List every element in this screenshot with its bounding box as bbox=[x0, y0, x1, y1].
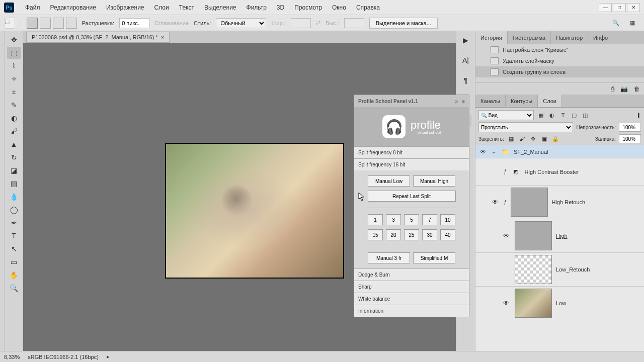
tab-history[interactable]: История bbox=[475, 31, 508, 44]
lasso-tool[interactable]: ⌇ bbox=[7, 60, 21, 72]
filter-shape-icon[interactable]: ▢ bbox=[570, 111, 578, 119]
camera-icon[interactable]: 📷 bbox=[620, 85, 628, 93]
radius-20-button[interactable]: 20 bbox=[386, 229, 401, 240]
stamp-tool[interactable]: ▲ bbox=[7, 138, 21, 150]
type-tool[interactable]: T bbox=[7, 230, 21, 242]
tab-layers[interactable]: Слои bbox=[538, 95, 562, 107]
layer-row[interactable]: ƒ ◩ High Contrast Booster bbox=[475, 158, 644, 186]
layer-thumbnail[interactable] bbox=[515, 255, 552, 284]
split-16-section[interactable]: Split frequency 16 bit bbox=[354, 158, 469, 170]
tab-paths[interactable]: Контуры bbox=[506, 95, 538, 107]
play-icon[interactable]: ▶ bbox=[460, 34, 472, 46]
filter-smart-icon[interactable]: ◫ bbox=[581, 111, 589, 119]
magic-wand-tool[interactable]: ✧ bbox=[7, 73, 21, 85]
history-item[interactable]: Удалить слой-маску bbox=[475, 55, 644, 66]
lock-pixels-icon[interactable]: 🖌 bbox=[518, 135, 526, 143]
minimize-button[interactable]: — bbox=[599, 3, 612, 12]
shape-tool[interactable]: ▭ bbox=[7, 256, 21, 268]
visibility-icon[interactable]: 👁 bbox=[502, 300, 511, 307]
search-icon[interactable]: 🔍 bbox=[611, 18, 621, 28]
history-item[interactable]: Создать группу из слоев bbox=[475, 66, 644, 77]
crop-tool[interactable]: ⌗ bbox=[7, 86, 21, 98]
maximize-button[interactable]: □ bbox=[613, 3, 626, 12]
information-section[interactable]: Information bbox=[354, 305, 469, 317]
history-brush-tool[interactable]: ↻ bbox=[7, 151, 21, 163]
filter-toggle[interactable]: ⏽ bbox=[636, 113, 641, 118]
visibility-icon[interactable]: 👁 bbox=[478, 148, 488, 155]
select-and-mask-button[interactable]: Выделение и маска... bbox=[369, 18, 438, 29]
feather-input[interactable] bbox=[119, 18, 149, 28]
menu-view[interactable]: Просмотр bbox=[289, 4, 327, 11]
manual-3fr-button[interactable]: Manual 3 fr bbox=[368, 252, 410, 263]
white-balance-section[interactable]: White balance bbox=[354, 293, 469, 305]
layer-row[interactable]: 👁 High bbox=[475, 219, 644, 253]
radius-40-button[interactable]: 40 bbox=[440, 229, 455, 240]
trash-icon[interactable]: 🗑 bbox=[634, 85, 640, 93]
radius-7-button[interactable]: 7 bbox=[422, 214, 437, 225]
tab-histogram[interactable]: Гистограмма bbox=[508, 31, 551, 44]
radius-25-button[interactable]: 25 bbox=[404, 229, 419, 240]
fill-input[interactable] bbox=[619, 134, 641, 143]
panel-menu-icon[interactable]: ≡ bbox=[462, 99, 465, 104]
panel-collapse-icon[interactable]: » bbox=[455, 99, 458, 104]
new-snapshot-icon[interactable]: ⎙ bbox=[611, 85, 614, 93]
path-tool[interactable]: ↖ bbox=[7, 243, 21, 255]
canvas-image[interactable] bbox=[165, 143, 344, 279]
lock-artboard-icon[interactable]: ▣ bbox=[540, 135, 548, 143]
filter-pixel-icon[interactable]: ▦ bbox=[537, 111, 545, 119]
radius-5-button[interactable]: 5 bbox=[404, 214, 419, 225]
radius-3-button[interactable]: 3 bbox=[386, 214, 401, 225]
style-select[interactable]: Обычный bbox=[216, 18, 266, 28]
tab-channels[interactable]: Каналы bbox=[475, 95, 506, 107]
radius-1-button[interactable]: 1 bbox=[368, 214, 383, 225]
layer-filter-select[interactable]: 🔍 Вид bbox=[478, 110, 534, 120]
repeat-split-button[interactable]: Repeat Last Split bbox=[368, 191, 456, 202]
simplified-m-button[interactable]: Simplified M bbox=[413, 252, 455, 263]
selection-new[interactable] bbox=[27, 18, 38, 29]
radius-30-button[interactable]: 30 bbox=[422, 229, 437, 240]
split-8-section[interactable]: Split frequency 8 bit bbox=[354, 146, 469, 158]
selection-intersect[interactable] bbox=[66, 18, 77, 29]
layer-thumbnail[interactable] bbox=[515, 289, 552, 318]
sharp-section[interactable]: Sharp bbox=[354, 281, 469, 293]
radius-15-button[interactable]: 15 bbox=[368, 229, 383, 240]
layer-row[interactable]: 👁 ƒ High Retouch bbox=[475, 186, 644, 219]
blur-tool[interactable]: 💧 bbox=[7, 191, 21, 203]
layer-group[interactable]: 👁 ⌄ 📁 SF_2_Manual bbox=[475, 145, 644, 158]
filter-adjust-icon[interactable]: ◐ bbox=[548, 111, 556, 119]
move-tool[interactable]: ✥ bbox=[7, 34, 21, 46]
manual-high-button[interactable]: Manual High bbox=[413, 175, 455, 187]
dodge-tool[interactable]: ◯ bbox=[7, 204, 21, 216]
eraser-tool[interactable]: ◪ bbox=[7, 164, 21, 176]
healing-tool[interactable]: ◐ bbox=[7, 112, 21, 124]
lock-all-icon[interactable]: 🔒 bbox=[551, 135, 559, 143]
lock-position-icon[interactable]: ✥ bbox=[529, 135, 537, 143]
layer-thumbnail[interactable] bbox=[511, 188, 548, 217]
toolbar-collapse[interactable] bbox=[0, 31, 5, 351]
menu-3d[interactable]: 3D bbox=[272, 4, 289, 11]
visibility-icon[interactable]: 👁 bbox=[491, 199, 500, 206]
opacity-input[interactable] bbox=[619, 123, 641, 132]
close-button[interactable]: ✕ bbox=[627, 3, 640, 12]
filter-type-icon[interactable]: T bbox=[559, 111, 567, 119]
selection-subtract[interactable] bbox=[53, 18, 64, 29]
visibility-icon[interactable]: 👁 bbox=[502, 232, 511, 239]
layer-thumbnail[interactable] bbox=[515, 221, 552, 250]
selection-add[interactable] bbox=[40, 18, 51, 29]
menu-edit[interactable]: Редактирование bbox=[45, 4, 101, 11]
menu-help[interactable]: Справка bbox=[351, 4, 385, 11]
tab-navigator[interactable]: Навигатор bbox=[551, 31, 588, 44]
hand-tool[interactable]: ✋ bbox=[7, 269, 21, 281]
workspace-icon[interactable]: ▦ bbox=[630, 20, 640, 26]
brush-tool[interactable]: 🖌 bbox=[7, 125, 21, 137]
history-item[interactable]: Настройка слоя "Кривые" bbox=[475, 44, 644, 55]
zoom-value[interactable]: 8,33% bbox=[4, 354, 20, 360]
menu-select[interactable]: Выделение bbox=[199, 4, 242, 11]
menu-filter[interactable]: Фильтр bbox=[242, 4, 272, 11]
menu-file[interactable]: Файл bbox=[20, 4, 45, 11]
paragraph-icon[interactable]: ¶ bbox=[460, 74, 472, 86]
tab-info[interactable]: Инфо bbox=[588, 31, 613, 44]
dodge-burn-section[interactable]: Dodge & Burn bbox=[354, 268, 469, 281]
pen-tool[interactable]: ✒ bbox=[7, 217, 21, 229]
menu-layer[interactable]: Слои bbox=[149, 4, 174, 11]
